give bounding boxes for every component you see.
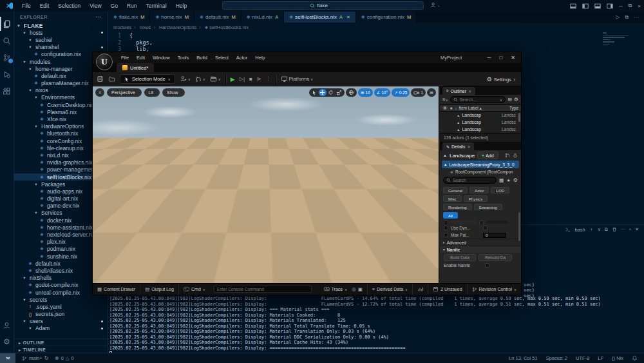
breadcrumb-item[interactable]: HardwareOptions	[153, 25, 196, 30]
root-component-row[interactable]: ⊕ RootComponent (RootCompon	[440, 168, 521, 175]
minimap[interactable]	[603, 32, 636, 46]
item-label-column[interactable]: Item Label ▴	[459, 106, 507, 111]
titlebar-search-input[interactable]	[317, 3, 336, 8]
split-editor-icon[interactable]: ⧉	[625, 14, 629, 21]
menu-item[interactable]: Edit	[35, 3, 54, 9]
close-panel-icon[interactable]: ✕	[635, 227, 639, 232]
sphere-actor[interactable]	[255, 177, 263, 186]
menu-item[interactable]: Help	[171, 3, 191, 9]
move-tool-icon[interactable]	[319, 89, 327, 96]
outliner-row[interactable]: ▲ Landscap Landsc	[440, 119, 521, 126]
display-filter-icon[interactable]: ▦	[499, 177, 504, 183]
account-icon[interactable]	[0, 318, 14, 332]
close-icon[interactable]: ×	[638, 3, 641, 9]
layout-sidebar-icon[interactable]	[582, 3, 589, 9]
close-icon[interactable]: ✕	[467, 144, 470, 149]
run-icon[interactable]: ▷	[616, 14, 620, 21]
filter-chip[interactable]: Misc	[443, 195, 462, 202]
menu-item[interactable]: Terminal	[142, 3, 171, 9]
outliner-settings-icon[interactable]: ⚙	[514, 97, 518, 103]
menu-item[interactable]: Go	[106, 3, 122, 9]
shader-stats-icon[interactable]	[413, 284, 428, 295]
blueprints-button[interactable]: ∨	[195, 76, 205, 83]
advanced-section[interactable]: ▸ Advanced	[440, 239, 521, 246]
platforms-dropdown[interactable]: Platforms ∨	[281, 75, 314, 83]
more-actions-icon[interactable]: ⋯	[634, 14, 639, 21]
filter-chip[interactable]: General	[443, 187, 468, 193]
explorer-icon[interactable]	[0, 17, 14, 31]
details-scrollbar[interactable]	[518, 212, 520, 241]
breadcrumb-item[interactable]: ❄ selfHostBlocks.nix	[199, 25, 249, 30]
timeline-section[interactable]: ▸TIMELINE	[14, 346, 108, 353]
lock-icon[interactable]	[513, 153, 518, 158]
editor-tab[interactable]: ❄ selfHostBlocks.nix A ✕	[284, 12, 356, 23]
camera-speed[interactable]: 1	[411, 88, 426, 97]
branch-indicator[interactable]: main+ ↻	[22, 355, 48, 361]
editor-tab[interactable]: ❄ default.nix M	[194, 12, 242, 23]
cinematics-button[interactable]: ∨	[210, 75, 221, 83]
menu-item[interactable]: Actor	[232, 55, 252, 61]
scale-tool-icon[interactable]	[336, 89, 343, 96]
value-field[interactable]: 0	[483, 233, 506, 238]
tree-item[interactable]: ▾ users	[14, 318, 108, 325]
enable-nanite-checkbox[interactable]	[485, 263, 489, 268]
component-row-selected[interactable]: ▲ LandscapeStreamingProxy_3_3_0	[442, 161, 519, 168]
details-settings-icon[interactable]: ⚙	[513, 177, 518, 183]
maximize-panel-icon[interactable]: ^	[629, 228, 631, 232]
favorites-icon[interactable]: ★	[507, 178, 511, 183]
visibility-eye-icon[interactable]	[442, 106, 448, 110]
rotation-snap-toggle[interactable]: ∠10°	[374, 88, 391, 97]
type-column[interactable]: Type	[509, 106, 518, 110]
new-terminal-icon[interactable]: ＋	[589, 226, 594, 233]
explorer-more-icon[interactable]: ⋯	[95, 14, 102, 20]
outliner-tab[interactable]: ≡ Outliner ✕	[442, 87, 475, 95]
menu-item[interactable]: Help	[251, 55, 269, 61]
status-item[interactable]: {} Nix	[612, 355, 623, 361]
menu-item[interactable]: Tools	[174, 55, 193, 61]
menu-item[interactable]: View	[85, 3, 106, 9]
close-icon[interactable]: ✕	[468, 89, 471, 93]
revision-control-dropdown[interactable]: Revision Control ∨	[468, 284, 521, 295]
unreal-editor-window[interactable]: U FileEditWindowToolsBuildSelectActorHel…	[92, 52, 522, 295]
more-icon[interactable]: ⋯	[621, 227, 625, 232]
editor-tab[interactable]: ❄ nixLd.nix A	[242, 12, 284, 23]
outline-section[interactable]: ▸OUTLINE	[14, 338, 108, 346]
terminal-dropdown-icon[interactable]: ∨	[598, 227, 601, 232]
editor-tab[interactable]: ❄ configuration.nix M	[356, 12, 417, 23]
level-tab[interactable]: Untitled*	[117, 63, 154, 72]
code-editor[interactable]: 1 { 2 pkgs, 3 lib,	[109, 32, 153, 53]
filter-chip[interactable]: Streaming	[474, 204, 502, 210]
scale-snap-toggle[interactable]: ↗0.25	[392, 88, 410, 97]
titlebar-search[interactable]	[222, 1, 424, 10]
source-control-icon[interactable]	[0, 50, 14, 64]
filter-chip[interactable]: Physics	[464, 195, 488, 202]
viewport-mode-pill[interactable]: Show	[162, 88, 185, 97]
status-item[interactable]: Ln 13, Col 51	[509, 355, 538, 361]
menu-item[interactable]: Build	[193, 55, 211, 61]
selection-mode-dropdown[interactable]: Selection Mode ∨	[120, 74, 175, 84]
stop-button[interactable]: ■	[249, 76, 252, 82]
status-item[interactable]: Spaces: 2	[546, 355, 567, 361]
terminal-title[interactable]: bash	[574, 227, 585, 233]
status-item[interactable]: LF	[598, 355, 603, 361]
run-debug-icon[interactable]	[0, 67, 14, 81]
save-icon[interactable]	[97, 75, 104, 83]
tree-item[interactable]: ▾ shamshel	[14, 44, 108, 51]
rebuild-data-button[interactable]: Rebuild Da	[478, 254, 512, 261]
tree-item[interactable]: ! .sops.yaml	[14, 303, 108, 310]
filter-icon[interactable]: ≡∨	[442, 97, 448, 103]
grid-snap-toggle[interactable]: ⊞10	[358, 88, 373, 97]
details-tab[interactable]: ✎ Details ✕	[442, 142, 474, 150]
menu-item[interactable]: Select	[211, 55, 232, 61]
maximize-viewport-icon[interactable]: ⊞	[427, 88, 436, 97]
target-point-actor[interactable]	[251, 213, 273, 230]
property-row[interactable]: Max Pal... 0	[440, 231, 521, 239]
launch-button[interactable]: ⊳	[257, 76, 261, 82]
search-icon[interactable]	[0, 34, 14, 48]
viewport-mode-pill[interactable]: Perspective	[107, 88, 142, 97]
terminal-output[interactable]: [2025.02.25-05.43.00:849][982]LogShaderC…	[109, 296, 601, 358]
minimize-icon[interactable]: ─	[619, 3, 623, 9]
add-component-button[interactable]: +Add	[477, 152, 498, 159]
menu-item[interactable]: Window	[149, 55, 174, 61]
blueprint-icon[interactable]	[505, 153, 510, 158]
